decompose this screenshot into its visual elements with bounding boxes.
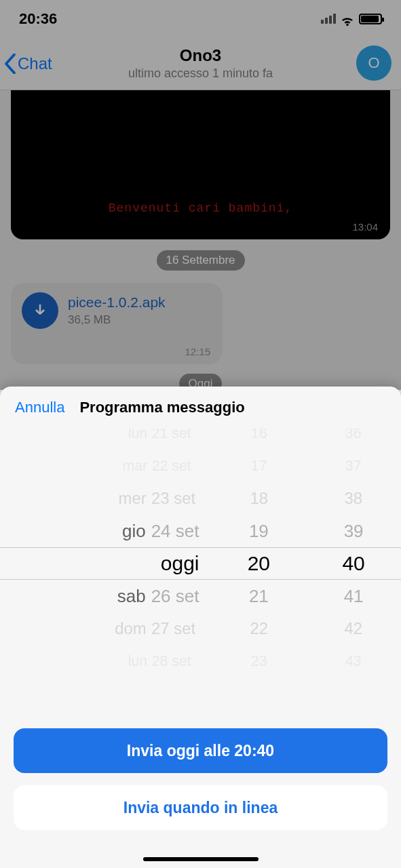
- chat-area[interactable]: Benvenuti cari bambini, 13:04 16 Settemb…: [0, 90, 401, 390]
- picker-number-option[interactable]: 22: [248, 614, 269, 644]
- picker-number-option[interactable]: 21: [248, 580, 270, 612]
- nav-bar: Chat Ono3 ultimo accesso 1 minuto fa O: [0, 37, 401, 90]
- date-separator: 16 Settembre: [156, 250, 244, 271]
- back-button[interactable]: Chat: [0, 54, 52, 74]
- back-label: Chat: [18, 54, 52, 73]
- picker-date-option[interactable]: lun28 set: [119, 648, 191, 674]
- picker-number-option[interactable]: 40: [342, 547, 364, 580]
- picker-number-option[interactable]: 37: [344, 452, 362, 479]
- datetime-picker[interactable]: lun21 setmar22 setmer23 setgio24 setoggi…: [0, 429, 401, 679]
- picker-number-option[interactable]: 23: [250, 648, 268, 674]
- chat-title: Ono3: [0, 46, 401, 65]
- picker-date-option[interactable]: gio24 set: [111, 515, 199, 547]
- picker-column-hour[interactable]: 1617181920212223: [211, 429, 306, 679]
- picker-column-date[interactable]: lun21 setmar22 setmer23 setgio24 setoggi…: [0, 429, 211, 679]
- message-caption: Benvenuti cari bambini,: [11, 201, 390, 215]
- download-button[interactable]: [22, 292, 58, 329]
- file-size: 36,5 MB: [68, 313, 166, 327]
- file-time: 12:15: [185, 346, 210, 357]
- picker-number-option[interactable]: 20: [248, 547, 270, 580]
- wifi-icon: [340, 14, 355, 24]
- status-icons: [321, 14, 382, 24]
- picker-number-option[interactable]: 36: [344, 429, 362, 447]
- status-time: 20:36: [19, 10, 57, 28]
- message-time: 13:04: [352, 221, 378, 233]
- picker-number-option[interactable]: 18: [248, 484, 269, 513]
- picker-number-option[interactable]: 38: [343, 484, 364, 513]
- send-when-online-button[interactable]: Invia quando in linea: [14, 785, 387, 830]
- message-file[interactable]: picee-1.0.2.apk 36,5 MB 12:15: [11, 283, 223, 364]
- message-media[interactable]: Benvenuti cari bambini, 13:04: [11, 90, 390, 239]
- avatar[interactable]: O: [356, 45, 392, 81]
- picker-number-option[interactable]: 16: [250, 429, 268, 447]
- picker-date-option[interactable]: oggi: [111, 547, 199, 580]
- file-name: picee-1.0.2.apk: [68, 294, 166, 311]
- picker-number-option[interactable]: 39: [342, 515, 364, 547]
- picker-number-option[interactable]: 17: [250, 452, 268, 479]
- picker-number-option[interactable]: 41: [342, 580, 364, 612]
- picker-date-option[interactable]: dom27 set: [115, 614, 195, 644]
- picker-number-option[interactable]: 19: [248, 515, 270, 547]
- picker-number-option[interactable]: 43: [344, 648, 362, 674]
- chevron-left-icon: [4, 54, 16, 74]
- schedule-sheet: Annulla Programma messaggio lun21 setmar…: [0, 387, 401, 868]
- battery-icon: [359, 14, 382, 24]
- picker-number-option[interactable]: 42: [343, 614, 364, 644]
- cancel-button[interactable]: Annulla: [15, 399, 64, 416]
- picker-date-option[interactable]: lun21 set: [119, 429, 191, 447]
- picker-date-option[interactable]: mar22 set: [119, 452, 191, 479]
- chat-subtitle: ultimo accesso 1 minuto fa: [0, 66, 401, 81]
- sheet-title: Programma messaggio: [79, 399, 244, 416]
- send-scheduled-button[interactable]: Invia oggi alle 20:40: [14, 728, 387, 773]
- picker-date-option[interactable]: mer23 set: [115, 484, 195, 513]
- picker-column-minute[interactable]: 3637383940414243: [306, 429, 401, 679]
- download-icon: [32, 302, 48, 319]
- status-bar: 20:36: [0, 0, 401, 37]
- picker-date-option[interactable]: sab26 set: [111, 580, 199, 612]
- cellular-icon: [321, 14, 336, 24]
- home-indicator[interactable]: [143, 857, 259, 861]
